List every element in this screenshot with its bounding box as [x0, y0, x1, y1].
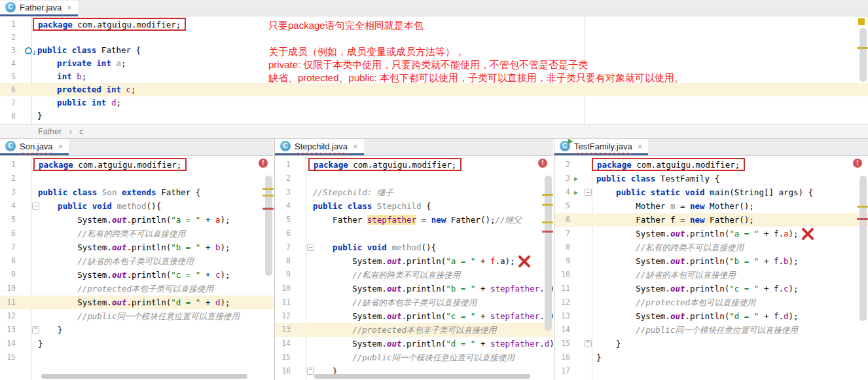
code-line[interactable]: 9 System.out.println("c = " + c);	[0, 268, 274, 282]
code-line[interactable]: 3public class Son extends Father {	[0, 185, 274, 199]
fold-collapse-icon[interactable]: −	[307, 244, 314, 251]
code-line[interactable]: 12 //public同一个模块任意位置可以直接使用	[0, 309, 274, 323]
fold-end-icon[interactable]: ^	[307, 368, 314, 375]
inspections-error-icon[interactable]: !	[538, 159, 547, 168]
code-line[interactable]: 11 System.out.println("d = " + d);	[0, 295, 274, 309]
code-line[interactable]: 5 Mother m = new Mother();	[554, 199, 868, 213]
inspections-error-icon[interactable]: !	[853, 159, 862, 168]
code-line[interactable]: 14 //public同一个模块任意位置可以直接使用	[554, 323, 868, 337]
code-line[interactable]: 1package com.atguigu.modifier;	[0, 18, 868, 31]
run-gutter-icon[interactable]: ▶	[574, 172, 578, 185]
code-line[interactable]: 1package com.atguigu.modifier;	[0, 158, 274, 172]
code-line[interactable]: 13^ }	[0, 323, 274, 337]
fold-end-icon[interactable]: ^	[585, 340, 592, 347]
code-line[interactable]: 9 //私有的跨类不可以直接使用	[275, 268, 553, 282]
code-line[interactable]: 14}	[0, 337, 274, 351]
tab-testfamily[interactable]: C▶TestFamily.java×	[554, 139, 648, 155]
code-token: Father();	[705, 215, 754, 225]
code-line[interactable]: 5 Father stepfather = new Father();//继父	[275, 213, 553, 227]
code-line[interactable]: 6 Father f = new Father();	[554, 213, 868, 227]
tab-stepchild[interactable]: CStepchild.java×	[275, 139, 364, 155]
inspections-error-icon[interactable]: !	[259, 159, 268, 168]
line-number: 2	[0, 172, 16, 185]
code-line[interactable]: 4− public void method(){	[0, 199, 274, 213]
breadcrumb-item-field[interactable]: c	[79, 127, 83, 136]
code-line[interactable]: 17	[554, 364, 868, 378]
code-line[interactable]: 12 //protected本包可以直接使用	[554, 295, 868, 309]
code-line[interactable]: 5 int b;	[0, 70, 868, 83]
tab-close-icon[interactable]: ×	[638, 142, 643, 151]
vertical-scrollbar[interactable]	[545, 176, 552, 331]
code-text: //Stepchild: 继子	[313, 185, 393, 199]
code-line[interactable]: 8 System.out.println("a = " + f.a);	[275, 254, 553, 268]
vertical-scrollbar[interactable]	[859, 28, 867, 82]
code-line[interactable]: 1package com.atguigu.modifier;	[275, 158, 553, 172]
overridden-circle	[25, 47, 32, 54]
editor-son[interactable]: 1package com.atguigu.modifier;23public c…	[0, 156, 274, 380]
code-line[interactable]: 14 System.out.println("d = " + stepfathe…	[275, 337, 553, 351]
line-number: 2	[554, 158, 570, 172]
fold-collapse-icon[interactable]: −	[32, 202, 39, 210]
code-line[interactable]: 11 //缺省的本包非子类可以直接使用	[275, 295, 553, 309]
line-number: 17	[554, 364, 570, 378]
code-line[interactable]: 8 //缺省的本包子类可以直接使用	[0, 254, 274, 268]
code-token: .	[539, 311, 545, 321]
code-line[interactable]: 6 protected int c;	[0, 83, 868, 96]
code-line[interactable]: 3▶public class TestFamily {	[554, 172, 868, 185]
horizontal-scrollbar[interactable]	[41, 374, 247, 379]
code-line[interactable]: 9 System.out.println("b = " + f.b);	[554, 254, 868, 268]
code-line[interactable]: 13 //protected本包非子类可以直接使用	[275, 323, 553, 337]
vertical-scrollbar[interactable]	[859, 176, 867, 321]
code-token	[37, 98, 57, 107]
tab-close-icon[interactable]: ×	[353, 142, 358, 151]
code-line[interactable]: 4public class Stepchild {	[275, 199, 553, 213]
code-line[interactable]: 12 System.out.println("c = " + stepfathe…	[275, 309, 553, 323]
code-line[interactable]: 2	[0, 31, 868, 44]
tab-close-icon[interactable]: ×	[67, 3, 72, 12]
code-line[interactable]: 7 System.out.println("b = " + b);	[0, 240, 274, 254]
code-line[interactable]: 10 //protected本包子类可以直接使用	[0, 282, 274, 295]
code-text: public int d;	[37, 96, 121, 109]
code-token: .	[539, 339, 545, 349]
code-line[interactable]: 11 System.out.println("c = " + f.c);	[554, 282, 868, 295]
code-line[interactable]: 7 System.out.println("a = " + f.a);	[554, 227, 868, 240]
fold-end-icon[interactable]: ^	[32, 326, 39, 333]
vertical-scrollbar[interactable]	[265, 176, 272, 276]
editor-testfamily[interactable]: 2package com.atguigu.modifier;3▶public c…	[554, 156, 868, 380]
fold-collapse-icon[interactable]: −	[585, 189, 592, 196]
code-line[interactable]: 5 System.out.println("a = " + a);	[0, 213, 274, 227]
editor-stepchild[interactable]: 1package com.atguigu.modifier;23//Stepch…	[275, 156, 553, 380]
code-line[interactable]: 2package com.atguigu.modifier;	[554, 158, 868, 172]
code-token	[37, 71, 57, 81]
code-line[interactable]: 3//Stepchild: 继子	[275, 185, 553, 199]
code-line[interactable]: 4 private int a;	[0, 57, 868, 70]
code-token: b	[77, 71, 82, 81]
code-line[interactable]: 10 //缺省的本包可以直接使用	[554, 268, 868, 282]
code-line[interactable]: 8}	[0, 109, 868, 123]
code-line[interactable]: 15	[0, 351, 274, 364]
code-line[interactable]: 15 //public同一个模块任意位置可以直接使用	[275, 351, 553, 364]
code-line[interactable]: 8 //私有的跨类不可以直接使用	[554, 240, 868, 254]
code-line[interactable]: 2	[0, 172, 274, 185]
code-line[interactable]: 4▶− public static void main(String[] arg…	[554, 185, 868, 199]
tab-close-icon[interactable]: ×	[58, 142, 63, 151]
code-line[interactable]: 7 public int d;	[0, 96, 868, 109]
code-line[interactable]: 3↓public class Father {	[0, 44, 868, 57]
code-token: void	[367, 242, 387, 252]
horizontal-scrollbar[interactable]	[314, 374, 530, 379]
code-line[interactable]: 2	[275, 172, 553, 185]
code-token	[86, 98, 92, 107]
code-line[interactable]: 6 //私有的跨类不可以直接使用	[0, 227, 274, 240]
editor-father[interactable]: 只要package语句完全相同就是本包关于成员（例如，成员变量或成员方法等），p…	[0, 16, 868, 125]
breadcrumb-item-class[interactable]: Father	[38, 127, 62, 136]
code-line[interactable]: 7− public void method(){	[275, 240, 553, 254]
run-gutter-icon[interactable]: ▶	[574, 185, 578, 199]
code-line[interactable]: 10 System.out.println("b = " + stepfathe…	[275, 282, 553, 295]
code-line[interactable]: 6	[275, 227, 553, 240]
inspections-warning-icon[interactable]	[858, 18, 865, 25]
code-line[interactable]: 15^ }	[554, 337, 868, 351]
tab-son[interactable]: CSon.java×	[0, 139, 69, 155]
code-line[interactable]: 13 System.out.println("d = " + f.d);	[554, 309, 868, 323]
tab-father-java[interactable]: C Father.java ×	[0, 1, 78, 16]
code-line[interactable]: 16}	[554, 351, 868, 364]
